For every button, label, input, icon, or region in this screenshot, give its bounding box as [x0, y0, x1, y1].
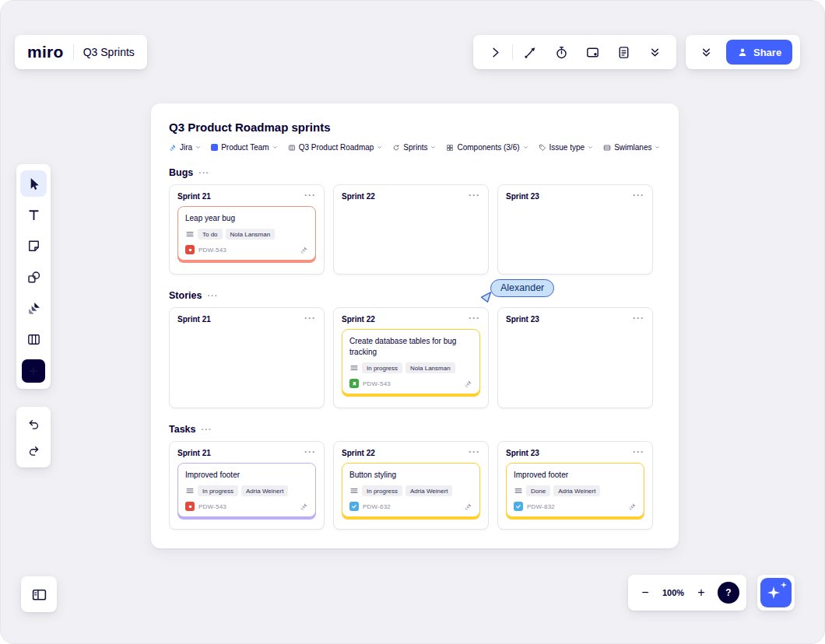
issue-key: PDW-832: [527, 503, 555, 510]
column-title: Sprint 22: [342, 315, 375, 324]
issue-key: PDW-543: [198, 247, 226, 254]
help-button[interactable]: ?: [718, 582, 739, 604]
jira-icon: [300, 502, 308, 511]
chevron-down-icon: [195, 145, 201, 150]
issue-key: PDW-543: [198, 503, 226, 510]
notes-icon[interactable]: [609, 38, 637, 66]
swimlane-rows-icon: [603, 144, 611, 152]
components-grid-icon: [446, 144, 454, 152]
jira-card[interactable]: Improved footer Done Adria Weinert PDW-8…: [506, 463, 644, 517]
filter-project[interactable]: Q3 Product Roadmap: [288, 143, 383, 152]
timer-icon[interactable]: [547, 38, 575, 66]
lane-menu-button[interactable]: ···: [202, 425, 212, 434]
chevron-down-icon: [430, 145, 436, 150]
chevron-down-icon: [272, 145, 278, 150]
column-menu-button[interactable]: ···: [633, 315, 644, 321]
double-chevron-down-icon[interactable]: [692, 38, 720, 66]
filter-swimlanes[interactable]: Swimlanes: [603, 143, 660, 152]
sprint-column: Sprint 21 ··· Improved footer In progres…: [169, 441, 325, 530]
connector-pen-icon[interactable]: [516, 38, 544, 66]
miro-canvas[interactable]: miro Q3 Sprints Share Q3 Prod: [0, 0, 825, 644]
column-menu-button[interactable]: ···: [633, 192, 644, 198]
ai-assist-card: [757, 575, 795, 611]
column-menu-button[interactable]: ···: [469, 315, 480, 321]
column-menu-button[interactable]: ···: [304, 315, 316, 321]
lane-name: Tasks: [169, 424, 196, 435]
status-chip: In progress: [198, 485, 238, 496]
lane-stories-columns: Sprint 21 ··· Sprint 22 ··· Create datab…: [169, 307, 665, 408]
jira-card[interactable]: Create database tables for bug tracking …: [342, 329, 480, 394]
divider: [73, 44, 74, 60]
board-name[interactable]: Q3 Sprints: [83, 46, 135, 58]
frame-icon[interactable]: [578, 38, 606, 66]
miro-logo[interactable]: miro: [27, 43, 64, 61]
bug-type-icon: [185, 245, 195, 254]
filter-components[interactable]: Components (3/6): [446, 143, 528, 152]
expand-toolbar-button[interactable]: [481, 38, 509, 66]
ai-assist-button[interactable]: [760, 578, 792, 607]
filter-label: Components (3/6): [457, 143, 519, 152]
widget-title: Q3 Product Roadmap sprints: [169, 121, 665, 134]
filter-issue-type[interactable]: Issue type: [539, 143, 594, 152]
creation-toolbar: [16, 164, 51, 389]
zoom-out-button[interactable]: −: [635, 583, 655, 603]
jira-icon: [464, 380, 472, 388]
jira-card[interactable]: Leap year bug To do Nola Lansman PDW-543: [177, 206, 316, 261]
column-menu-button[interactable]: ···: [469, 192, 480, 198]
shapes-tool[interactable]: [20, 264, 47, 290]
frames-panel-button[interactable]: [21, 576, 57, 612]
share-button[interactable]: Share: [726, 40, 792, 65]
sticky-note-tool[interactable]: [20, 233, 47, 259]
sparkle-icon: [767, 586, 780, 599]
status-chip: Done: [526, 485, 550, 496]
select-tool[interactable]: [20, 170, 47, 197]
lane-menu-button[interactable]: ···: [207, 292, 218, 300]
jira-card[interactable]: Button styling In progress Adria Weinert…: [342, 463, 480, 517]
lane-bugs-columns: Sprint 21 ··· Leap year bug To do Nola L…: [169, 184, 665, 275]
filter-label: Issue type: [549, 143, 585, 152]
card-title: Button styling: [349, 470, 472, 481]
sprint-column: Sprint 21 ··· Leap year bug To do Nola L…: [169, 184, 325, 275]
add-more-tools-button[interactable]: [22, 359, 45, 383]
jira-tool[interactable]: [20, 295, 47, 321]
issue-tag-icon: [539, 144, 546, 152]
filter-sprints[interactable]: Sprints: [392, 143, 436, 152]
sprint-loop-icon: [392, 144, 400, 152]
board-columns-icon: [288, 144, 296, 152]
text-tool[interactable]: [20, 201, 47, 228]
chevron-down-icon: [588, 145, 593, 150]
jira-card[interactable]: Improved footer In progress Adria Weiner…: [177, 463, 316, 517]
lane-header-tasks: Tasks ···: [169, 424, 665, 435]
sprint-column: Sprint 22 ··· Button styling In progress…: [333, 441, 489, 530]
assignee-chip: Nola Lansman: [405, 362, 455, 373]
column-menu-button[interactable]: ···: [469, 449, 480, 455]
board-header-card: miro Q3 Sprints: [15, 35, 147, 69]
bug-type-icon: [185, 502, 195, 511]
collaborator-cursor: Alexander: [483, 279, 554, 297]
card-title: Create database tables for bug tracking: [349, 336, 472, 358]
status-lines-icon: [185, 486, 195, 495]
share-person-icon: [737, 47, 748, 58]
zoom-level[interactable]: 100%: [659, 588, 687, 597]
zoom-in-button[interactable]: +: [691, 583, 711, 603]
sprint-column: Sprint 23 ···: [497, 307, 653, 408]
column-menu-button[interactable]: ···: [633, 449, 644, 455]
filter-jira[interactable]: Jira: [169, 143, 201, 152]
filter-team[interactable]: Product Team: [211, 143, 278, 152]
undo-button[interactable]: [20, 412, 47, 436]
collapse-toolbar-icon[interactable]: [641, 38, 669, 66]
filter-label: Q3 Product Roadmap: [299, 143, 374, 152]
jira-icon: [464, 502, 472, 511]
redo-button[interactable]: [20, 439, 47, 462]
column-title: Sprint 21: [177, 449, 211, 457]
lane-menu-button[interactable]: ···: [198, 169, 209, 177]
frames-tool[interactable]: [20, 326, 47, 352]
story-type-icon: [349, 379, 359, 388]
card-title: Improved footer: [514, 470, 637, 481]
collaborator-pointer-icon: [480, 291, 493, 303]
sprint-column: Sprint 23 ···: [497, 184, 653, 275]
column-menu-button[interactable]: ···: [304, 449, 316, 455]
column-menu-button[interactable]: ···: [304, 192, 316, 198]
chevron-down-icon: [655, 145, 660, 150]
sparkle-small-icon: [781, 582, 787, 588]
